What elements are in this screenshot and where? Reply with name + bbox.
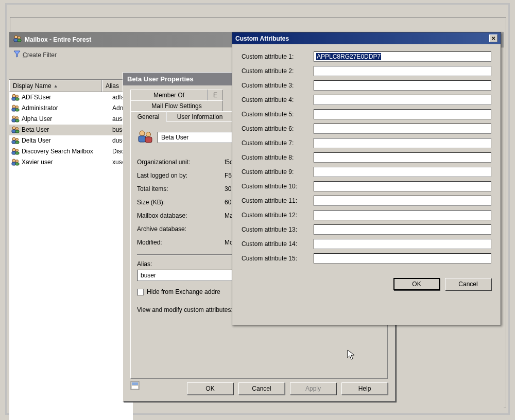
row-display-name: ADFSUser	[22, 94, 110, 101]
apply-button[interactable]: Apply	[290, 382, 336, 395]
help-panel-icon[interactable]	[130, 381, 140, 392]
svg-point-28	[12, 159, 15, 162]
svg-point-26	[16, 149, 19, 152]
help-button[interactable]: Help	[341, 382, 388, 395]
user-list: Display Name▲ Alias ADFSUser adfsu Admin…	[9, 79, 133, 420]
attr-input-1[interactable]: APPLC8RG27E0DDP7	[314, 51, 491, 62]
svg-point-0	[14, 36, 18, 39]
view-modify-label: View and modify custom attributes:	[137, 306, 233, 313]
attr-input-14[interactable]	[314, 239, 491, 249]
svg-rect-23	[15, 141, 19, 144]
attr-row: Custom attribute 13:	[242, 224, 491, 235]
user-large-icon	[137, 128, 153, 146]
svg-point-10	[16, 106, 19, 109]
attr-label: Custom attribute 2:	[242, 67, 314, 75]
table-row[interactable]: Administrator Admi	[9, 103, 133, 114]
attr-label: Custom attribute 11:	[242, 197, 314, 204]
attr-input-2[interactable]	[314, 66, 491, 76]
row-display-name: Beta User	[22, 126, 110, 133]
size-label: Size (KB):	[137, 199, 225, 206]
column-display-name[interactable]: Display Name▲	[9, 80, 102, 92]
svg-rect-19	[15, 130, 19, 133]
attr-row: Custom attribute 12:	[242, 210, 491, 220]
row-display-name: Alpha User	[22, 115, 110, 122]
modified-label: Modified:	[137, 239, 225, 246]
attr-row: Custom attribute 5:	[242, 109, 491, 119]
cancel-button[interactable]: Cancel	[238, 382, 285, 395]
custom-ok-button[interactable]: OK	[393, 278, 440, 290]
table-row[interactable]: Beta User buse	[9, 125, 133, 135]
attr-input-5[interactable]	[314, 109, 491, 119]
attr-label: Custom attribute 1:	[242, 53, 314, 60]
svg-point-34	[146, 132, 151, 137]
svg-point-12	[12, 116, 15, 119]
row-display-name: Discovery Search Mailbox	[22, 148, 110, 155]
table-row[interactable]: Discovery Search Mailbox Disco	[9, 146, 133, 157]
svg-point-16	[12, 127, 15, 130]
attr-row: Custom attribute 2:	[242, 66, 491, 76]
user-icon	[11, 115, 20, 123]
table-row[interactable]: ADFSUser adfsu	[9, 92, 133, 103]
svg-rect-27	[15, 152, 19, 154]
mdb-label: Mailbox database:	[137, 212, 225, 219]
tab-e-truncated[interactable]: E	[208, 90, 223, 100]
attr-input-4[interactable]	[314, 95, 491, 105]
attr-input-13[interactable]	[314, 224, 491, 235]
svg-point-30	[16, 160, 19, 163]
attr-row: Custom attribute 11:	[242, 196, 491, 206]
cursor-icon	[347, 349, 356, 361]
attr-label: Custom attribute 13:	[242, 226, 314, 233]
attr-input-3[interactable]	[314, 80, 491, 91]
tab-mail-flow[interactable]: Mail Flow Settings	[130, 100, 223, 111]
attr-label: Custom attribute 10:	[242, 183, 314, 190]
attr-input-12[interactable]	[314, 210, 491, 220]
attr-input-6[interactable]	[314, 124, 491, 134]
ok-button[interactable]: OK	[187, 382, 233, 395]
svg-rect-35	[145, 137, 152, 143]
user-icon	[11, 126, 20, 134]
attr-input-10[interactable]	[314, 181, 491, 191]
svg-rect-38	[132, 386, 138, 389]
svg-point-20	[12, 137, 15, 141]
create-filter-link[interactable]: Create Filter	[23, 51, 57, 59]
svg-rect-37	[132, 382, 138, 385]
attr-row: Custom attribute 3:	[242, 80, 491, 91]
attr-input-11[interactable]	[314, 196, 491, 206]
attr-input-8[interactable]	[314, 152, 491, 163]
attr-input-9[interactable]	[314, 167, 491, 177]
tab-general[interactable]: General	[130, 111, 166, 122]
attr-row: Custom attribute 15:	[242, 253, 491, 264]
svg-rect-15	[15, 119, 19, 122]
attr-label: Custom attribute 8:	[242, 154, 314, 161]
svg-rect-33	[139, 136, 146, 142]
tab-member-of[interactable]: Member Of	[130, 90, 208, 100]
attr-label: Custom attribute 14:	[242, 240, 314, 248]
svg-point-24	[12, 148, 15, 151]
attr-label: Custom attribute 7:	[242, 139, 314, 147]
attr-row: Custom attribute 9:	[242, 167, 491, 177]
table-row[interactable]: Alpha User ause	[9, 114, 133, 125]
mailbox-icon	[13, 34, 22, 44]
tab-user-information[interactable]: User Information	[166, 111, 233, 122]
hide-label: Hide from Exchange addre	[147, 288, 220, 295]
table-row[interactable]: Xavier user xuse	[9, 157, 133, 168]
svg-point-6	[16, 95, 19, 98]
total-items-label: Total items:	[137, 185, 225, 192]
hide-checkbox[interactable]	[137, 289, 144, 295]
attr-label: Custom attribute 5:	[242, 111, 314, 118]
svg-point-14	[16, 117, 19, 119]
attr-row: Custom attribute 6:	[242, 124, 491, 134]
attr-input-7[interactable]	[314, 138, 491, 148]
attr-label: Custom attribute 15:	[242, 255, 314, 262]
funnel-icon	[13, 50, 21, 59]
custom-attributes-dialog: Custom Attributes ✕ Custom attribute 1:A…	[232, 32, 501, 325]
svg-rect-3	[18, 39, 21, 42]
archive-label: Archive database:	[137, 225, 225, 233]
custom-cancel-button[interactable]: Cancel	[445, 278, 491, 290]
attr-row: Custom attribute 14:	[242, 239, 491, 249]
user-icon	[11, 93, 20, 101]
close-icon[interactable]: ✕	[489, 34, 497, 42]
table-row[interactable]: Delta User duse	[9, 135, 133, 146]
row-display-name: Xavier user	[22, 159, 110, 166]
attr-input-15[interactable]	[314, 253, 491, 264]
